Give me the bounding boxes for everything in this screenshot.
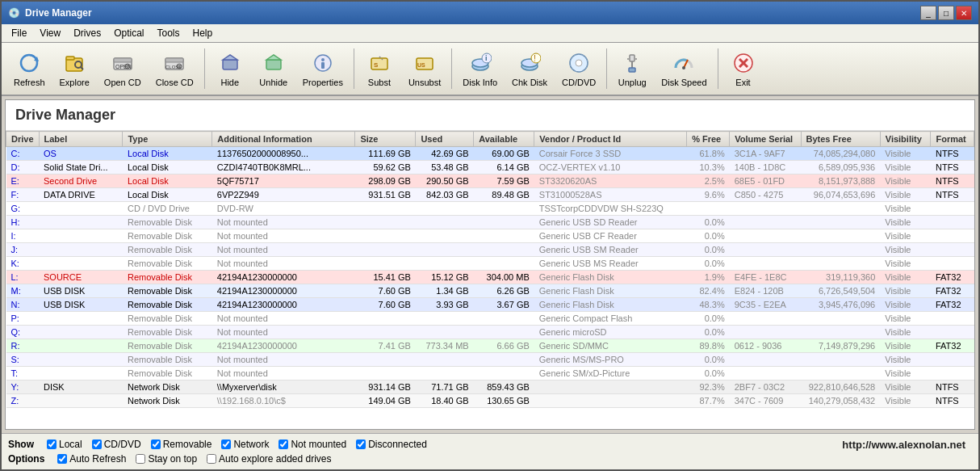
table-row[interactable]: R:Removable Disk42194A12300000007.41 GB7…: [6, 339, 974, 353]
menu-help[interactable]: Help: [186, 26, 220, 40]
type-cell: Local Disk: [123, 188, 212, 202]
additional-cell: Not mounted: [212, 367, 355, 381]
bytesfree-cell: 922,810,646,528: [801, 381, 880, 394]
show-row: Show Local CD/DVD Removable: [8, 437, 427, 452]
col-header-used: Used: [416, 132, 474, 147]
menu-optical[interactable]: Optical: [107, 26, 150, 40]
cd-dvd-button[interactable]: CD/DVD: [556, 46, 601, 91]
vendor-cell: Generic Flash Disk: [534, 298, 687, 312]
svg-rect-20: [321, 62, 325, 69]
show-cddvd-checkbox[interactable]: [92, 439, 102, 449]
close-cd-button[interactable]: CLOSE Close CD: [150, 46, 199, 91]
drive-cell: I:: [6, 229, 40, 243]
size-cell: [355, 202, 416, 216]
explore-button[interactable]: Explore: [54, 46, 95, 91]
autorefresh-checkbox[interactable]: [57, 454, 67, 464]
bytesfree-cell: [801, 216, 880, 229]
vendor-cell: Generic USB CF Reader: [534, 229, 687, 243]
volserial-cell: 68E5 - 01FD: [730, 175, 801, 188]
bytesfree-cell: [801, 353, 880, 367]
table-row[interactable]: I:Removable DiskNot mountedGeneric USB C…: [6, 229, 974, 243]
disk-speed-button[interactable]: Disk Speed: [655, 46, 712, 91]
title-bar-controls: _ □ ✕: [920, 6, 972, 20]
show-disconnected-checkbox[interactable]: [356, 439, 366, 449]
stayontop-checkbox[interactable]: [136, 454, 145, 464]
table-row[interactable]: S:Removable DiskNot mountedGeneric MS/MS…: [6, 353, 974, 367]
drive-cell: Q:: [6, 326, 40, 339]
table-row[interactable]: F:DATA DRIVELocal Disk6VP2Z949931.51 GB8…: [6, 188, 974, 202]
chk-disk-button[interactable]: ! Chk Disk: [506, 46, 553, 91]
show-network-checkbox[interactable]: [221, 439, 231, 449]
unplug-button[interactable]: Unplug: [612, 46, 652, 91]
available-cell: [474, 353, 534, 367]
autoexplore-checkbox[interactable]: [207, 454, 216, 464]
table-row[interactable]: Q:Removable DiskNot mountedGeneric micro…: [6, 326, 974, 339]
show-local-checkbox[interactable]: [47, 439, 57, 449]
main-window: 💿 Drive Manager _ □ ✕ File View Drives O…: [0, 0, 980, 471]
menu-tools[interactable]: Tools: [151, 26, 186, 40]
subst-button[interactable]: S Subst: [359, 46, 400, 91]
visibility-cell: Visible: [880, 284, 931, 298]
minimize-button[interactable]: _: [920, 6, 936, 20]
show-removable-checkbox[interactable]: [151, 439, 161, 449]
vendor-cell: Generic Flash Disk: [534, 284, 687, 298]
show-removable-label: Removable: [163, 439, 212, 450]
status-bar: Show Local CD/DVD Removable: [2, 433, 978, 469]
menu-view[interactable]: View: [33, 26, 67, 40]
table-row[interactable]: G:CD / DVD DriveDVD-RWTSSTcorpCDDVDW SH-…: [6, 202, 974, 216]
vendor-cell: [534, 381, 687, 394]
available-cell: 6.26 GB: [474, 284, 534, 298]
size-cell: 7.60 GB: [355, 284, 416, 298]
table-row[interactable]: L:SOURCERemovable Disk42194A123000000015…: [6, 271, 974, 284]
refresh-button[interactable]: Refresh: [8, 46, 51, 91]
visibility-cell: Visible: [880, 229, 931, 243]
size-cell: 59.62 GB: [355, 161, 416, 175]
table-row[interactable]: M:USB DISKRemovable Disk42194A1230000000…: [6, 284, 974, 298]
label-cell: [39, 394, 123, 408]
percent-cell: 0.0%: [687, 257, 730, 271]
table-row[interactable]: P:Removable DiskNot mountedGeneric Compa…: [6, 312, 974, 326]
table-row[interactable]: T:Removable DiskNot mountedGeneric SM/xD…: [6, 367, 974, 381]
volserial-cell: [730, 312, 801, 326]
menu-file[interactable]: File: [5, 26, 33, 40]
table-row[interactable]: Z:Network Disk\\192.168.0.10\c$149.04 GB…: [6, 394, 974, 408]
used-cell: [416, 257, 474, 271]
type-cell: Removable Disk: [123, 257, 212, 271]
percent-cell: 9.6%: [687, 188, 730, 202]
unhide-button[interactable]: Unhide: [253, 46, 294, 91]
bytesfree-cell: [801, 202, 880, 216]
additional-cell: Not mounted: [212, 243, 355, 257]
maximize-button[interactable]: □: [938, 6, 954, 20]
subst-icon: S: [366, 50, 392, 76]
show-not-mounted-checkbox[interactable]: [279, 439, 288, 449]
properties-button[interactable]: Properties: [297, 46, 349, 91]
close-button[interactable]: ✕: [956, 6, 972, 20]
table-row[interactable]: H:Removable DiskNot mountedGeneric USB S…: [6, 216, 974, 229]
hide-button[interactable]: Hide: [210, 46, 250, 91]
type-cell: Removable Disk: [123, 339, 212, 353]
percent-cell: 61.8%: [687, 147, 730, 161]
exit-button[interactable]: Exit: [723, 46, 764, 91]
type-cell: Removable Disk: [123, 326, 212, 339]
volserial-cell: 2BF7 - 03C2: [730, 381, 801, 394]
table-row[interactable]: J:Removable DiskNot mountedGeneric USB S…: [6, 243, 974, 257]
table-row[interactable]: D:Solid State Dri...Local DiskCZDI4740TB…: [6, 161, 974, 175]
table-row[interactable]: N:USB DISKRemovable Disk42194A1230000000…: [6, 298, 974, 312]
table-row[interactable]: Y:DISKNetwork Disk\\Myxerver\disk931.14 …: [6, 381, 974, 394]
used-cell: 18.40 GB: [416, 394, 474, 408]
table-row[interactable]: C:OSLocal Disk11376502000008950...111.69…: [6, 147, 974, 161]
table-row[interactable]: E:Second DriveLocal Disk5QF75717298.09 G…: [6, 175, 974, 188]
drive-cell: M:: [6, 284, 40, 298]
unsubst-button[interactable]: US Unsubst: [403, 46, 446, 91]
menu-drives[interactable]: Drives: [67, 26, 107, 40]
format-cell: [931, 216, 974, 229]
disk-info-button[interactable]: i Disk Info: [457, 46, 503, 91]
svg-point-42: [682, 66, 685, 69]
volserial-cell: [730, 243, 801, 257]
vendor-cell: OCZ-VERTEX v1.10: [534, 161, 687, 175]
refresh-label: Refresh: [14, 78, 45, 87]
svg-text:!: !: [534, 54, 536, 63]
table-row[interactable]: K:Removable DiskNot mountedGeneric USB M…: [6, 257, 974, 271]
volserial-cell: 9C35 - E2EA: [730, 298, 801, 312]
open-cd-button[interactable]: OPEN Open CD: [98, 46, 147, 91]
